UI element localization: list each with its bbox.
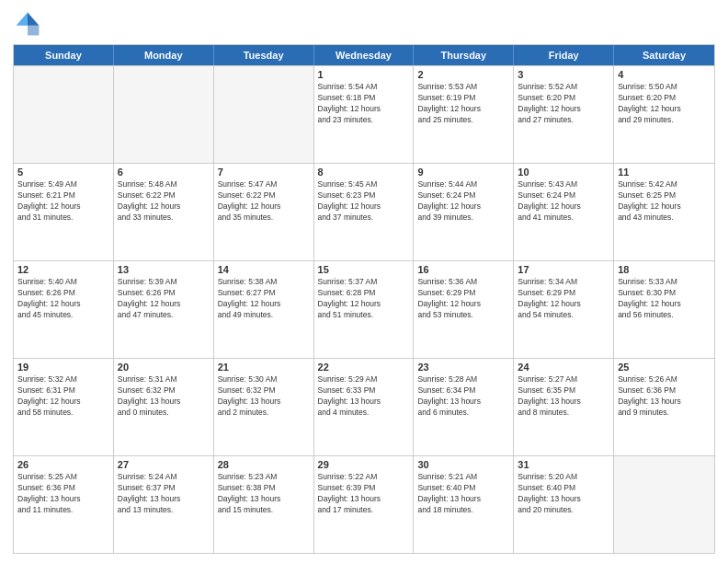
header-cell-thursday: Thursday [414,45,514,65]
day-number: 1 [318,69,410,80]
day-info: Sunrise: 5:39 AM Sunset: 6:26 PM Dayligh… [118,277,210,321]
day-cell-26: 26Sunrise: 5:25 AM Sunset: 6:36 PM Dayli… [14,456,114,553]
day-info: Sunrise: 5:45 AM Sunset: 6:23 PM Dayligh… [318,179,410,224]
day-number: 17 [518,264,609,275]
day-info: Sunrise: 5:27 AM Sunset: 6:35 PM Dayligh… [518,374,609,419]
header [13,9,715,39]
day-number: 14 [218,264,310,275]
day-info: Sunrise: 5:31 AM Sunset: 6:32 PM Dayligh… [118,374,210,419]
day-info: Sunrise: 5:40 AM Sunset: 6:26 PM Dayligh… [17,277,109,321]
svg-marker-0 [28,13,39,26]
day-number: 6 [118,167,210,178]
day-cell-1: 1Sunrise: 5:54 AM Sunset: 6:18 PM Daylig… [314,66,415,163]
day-cell-3: 3Sunrise: 5:52 AM Sunset: 6:20 PM Daylig… [514,66,614,163]
svg-marker-1 [28,26,39,36]
day-cell-20: 20Sunrise: 5:31 AM Sunset: 6:32 PM Dayli… [114,359,214,455]
logo [13,9,46,39]
day-number: 25 [618,362,711,373]
day-info: Sunrise: 5:38 AM Sunset: 6:27 PM Dayligh… [218,277,310,321]
day-info: Sunrise: 5:43 AM Sunset: 6:24 PM Dayligh… [518,179,609,224]
calendar-row-0: 1Sunrise: 5:54 AM Sunset: 6:18 PM Daylig… [14,65,714,163]
empty-cell [114,66,214,163]
day-number: 12 [17,264,109,275]
day-info: Sunrise: 5:47 AM Sunset: 6:22 PM Dayligh… [218,179,310,224]
empty-cell [14,66,114,163]
day-cell-13: 13Sunrise: 5:39 AM Sunset: 6:26 PM Dayli… [114,261,214,358]
day-cell-21: 21Sunrise: 5:30 AM Sunset: 6:32 PM Dayli… [214,359,314,455]
day-cell-17: 17Sunrise: 5:34 AM Sunset: 6:29 PM Dayli… [514,261,614,358]
day-cell-2: 2Sunrise: 5:53 AM Sunset: 6:19 PM Daylig… [414,66,514,163]
day-info: Sunrise: 5:30 AM Sunset: 6:32 PM Dayligh… [218,374,310,419]
day-cell-28: 28Sunrise: 5:23 AM Sunset: 6:38 PM Dayli… [214,456,314,553]
header-cell-tuesday: Tuesday [214,45,314,65]
day-info: Sunrise: 5:37 AM Sunset: 6:28 PM Dayligh… [318,277,410,321]
header-cell-saturday: Saturday [614,45,714,65]
day-cell-22: 22Sunrise: 5:29 AM Sunset: 6:33 PM Dayli… [314,359,415,455]
day-number: 8 [318,167,410,178]
day-cell-25: 25Sunrise: 5:26 AM Sunset: 6:36 PM Dayli… [614,359,714,455]
empty-cell [214,66,314,163]
day-number: 16 [417,264,509,275]
day-number: 2 [417,69,509,80]
day-info: Sunrise: 5:22 AM Sunset: 6:39 PM Dayligh… [318,472,410,516]
day-number: 9 [417,167,509,178]
day-cell-27: 27Sunrise: 5:24 AM Sunset: 6:37 PM Dayli… [114,456,214,553]
day-number: 15 [318,264,410,275]
day-cell-15: 15Sunrise: 5:37 AM Sunset: 6:28 PM Dayli… [314,261,415,358]
empty-cell [614,456,714,553]
day-cell-23: 23Sunrise: 5:28 AM Sunset: 6:34 PM Dayli… [414,359,514,455]
day-info: Sunrise: 5:44 AM Sunset: 6:24 PM Dayligh… [417,179,509,224]
header-cell-friday: Friday [514,45,614,65]
header-cell-wednesday: Wednesday [314,45,415,65]
day-number: 20 [118,362,210,373]
day-number: 19 [17,362,109,373]
header-cell-sunday: Sunday [14,45,114,65]
day-cell-18: 18Sunrise: 5:33 AM Sunset: 6:30 PM Dayli… [614,261,714,358]
calendar-row-3: 19Sunrise: 5:32 AM Sunset: 6:31 PM Dayli… [14,358,714,455]
day-cell-11: 11Sunrise: 5:42 AM Sunset: 6:25 PM Dayli… [614,164,714,260]
day-number: 13 [118,264,210,275]
day-number: 11 [618,167,711,178]
day-number: 7 [218,167,310,178]
day-info: Sunrise: 5:28 AM Sunset: 6:34 PM Dayligh… [417,374,509,419]
day-cell-5: 5Sunrise: 5:49 AM Sunset: 6:21 PM Daylig… [14,164,114,260]
day-info: Sunrise: 5:25 AM Sunset: 6:36 PM Dayligh… [17,472,109,516]
day-info: Sunrise: 5:49 AM Sunset: 6:21 PM Dayligh… [17,179,109,224]
day-number: 26 [17,459,109,470]
day-info: Sunrise: 5:50 AM Sunset: 6:20 PM Dayligh… [618,82,711,126]
svg-marker-2 [17,13,28,26]
day-info: Sunrise: 5:52 AM Sunset: 6:20 PM Dayligh… [518,82,609,126]
day-number: 10 [518,167,609,178]
day-info: Sunrise: 5:32 AM Sunset: 6:31 PM Dayligh… [17,374,109,419]
calendar-row-4: 26Sunrise: 5:25 AM Sunset: 6:36 PM Dayli… [14,455,714,553]
day-info: Sunrise: 5:48 AM Sunset: 6:22 PM Dayligh… [118,179,210,224]
day-number: 29 [318,459,410,470]
day-number: 18 [618,264,711,275]
day-cell-6: 6Sunrise: 5:48 AM Sunset: 6:22 PM Daylig… [114,164,214,260]
day-number: 24 [518,362,609,373]
day-cell-31: 31Sunrise: 5:20 AM Sunset: 6:40 PM Dayli… [514,456,614,553]
day-number: 28 [218,459,310,470]
day-info: Sunrise: 5:34 AM Sunset: 6:29 PM Dayligh… [518,277,609,321]
calendar-row-2: 12Sunrise: 5:40 AM Sunset: 6:26 PM Dayli… [14,260,714,358]
day-cell-19: 19Sunrise: 5:32 AM Sunset: 6:31 PM Dayli… [14,359,114,455]
calendar-header: SundayMondayTuesdayWednesdayThursdayFrid… [14,45,714,65]
day-info: Sunrise: 5:42 AM Sunset: 6:25 PM Dayligh… [618,179,711,224]
day-info: Sunrise: 5:53 AM Sunset: 6:19 PM Dayligh… [417,82,509,126]
day-number: 30 [417,459,509,470]
day-cell-4: 4Sunrise: 5:50 AM Sunset: 6:20 PM Daylig… [614,66,714,163]
page: SundayMondayTuesdayWednesdayThursdayFrid… [0,0,728,563]
day-cell-12: 12Sunrise: 5:40 AM Sunset: 6:26 PM Dayli… [14,261,114,358]
day-info: Sunrise: 5:24 AM Sunset: 6:37 PM Dayligh… [118,472,210,516]
day-cell-9: 9Sunrise: 5:44 AM Sunset: 6:24 PM Daylig… [414,164,514,260]
day-number: 27 [118,459,210,470]
logo-icon [13,9,42,39]
day-cell-7: 7Sunrise: 5:47 AM Sunset: 6:22 PM Daylig… [214,164,314,260]
day-number: 31 [518,459,609,470]
header-cell-monday: Monday [114,45,214,65]
day-info: Sunrise: 5:23 AM Sunset: 6:38 PM Dayligh… [218,472,310,516]
day-cell-29: 29Sunrise: 5:22 AM Sunset: 6:39 PM Dayli… [314,456,415,553]
day-cell-16: 16Sunrise: 5:36 AM Sunset: 6:29 PM Dayli… [414,261,514,358]
day-number: 3 [518,69,609,80]
day-info: Sunrise: 5:21 AM Sunset: 6:40 PM Dayligh… [417,472,509,516]
